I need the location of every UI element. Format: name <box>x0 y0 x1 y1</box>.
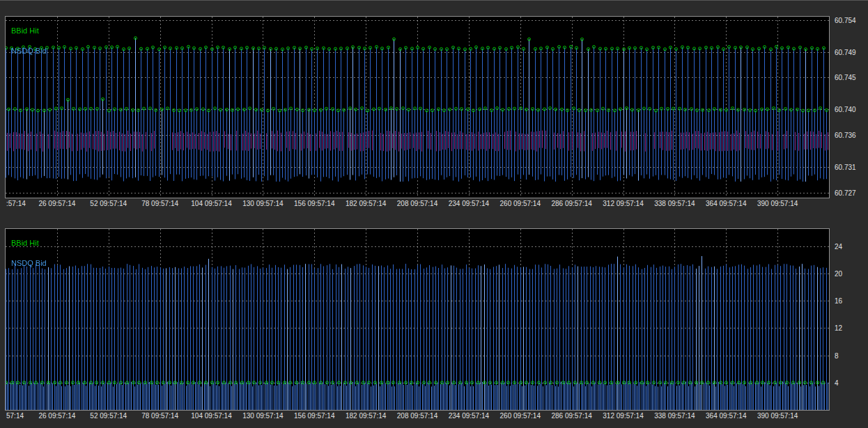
x-tick-label: 286 09:57:14 <box>551 412 591 420</box>
prices-chart-canvas[interactable] <box>6 17 829 198</box>
x-tick-label: 104 09:57:14 <box>191 412 231 420</box>
x-tick-label: 286 09:57:14 <box>551 200 591 207</box>
y-tick-label: 20 <box>835 269 842 277</box>
x-tick-label: 52 09:57:14 <box>90 412 127 420</box>
x-tick-label: 78 09:57:14 <box>141 200 178 207</box>
x-tick-label: 57:14 <box>6 412 24 420</box>
prices-panel-header: Prices for eDUG on 08/10/2010 <box>0 1 868 16</box>
x-tick-label: 390 09:57:14 <box>757 412 798 420</box>
sizes-panel: Sizes for eDUG on 08/10/2010 BBid Hit NS… <box>0 213 868 422</box>
x-tick-label: 234 09:57:14 <box>449 412 489 420</box>
prices-x-axis: :57:1426 09:57:1452 09:57:1478 09:57:141… <box>5 198 830 210</box>
y-tick-label: 24 <box>835 242 842 250</box>
y-tick-label: 60.727 <box>835 189 856 196</box>
legend-bbid-hit: BBid Hit <box>11 26 47 35</box>
legend-nsdq-bid: NSDQ Bid <box>11 47 47 55</box>
x-tick-label: 156 09:57:14 <box>294 200 334 207</box>
y-tick-label: 12 <box>835 324 842 332</box>
y-tick-label: 8 <box>835 351 839 359</box>
sizes-chart-canvas[interactable] <box>6 229 829 410</box>
x-tick-label: 130 09:57:14 <box>242 412 283 420</box>
sizes-legend: BBid Hit NSDQ Bid <box>11 239 47 279</box>
prices-panel: Prices for eDUG on 08/10/2010 BBid Hit N… <box>0 1 868 210</box>
y-tick-label: 60.749 <box>835 48 856 56</box>
sizes-x-axis: 57:1426 09:57:1452 09:57:1478 09:57:1410… <box>5 411 830 422</box>
x-tick-label: 182 09:57:14 <box>346 200 386 207</box>
x-tick-label: 390 09:57:14 <box>757 200 798 207</box>
x-tick-label: 260 09:57:14 <box>500 200 541 207</box>
sizes-panel-header: Sizes for eDUG on 08/10/2010 <box>0 213 868 228</box>
x-tick-label: 78 09:57:14 <box>141 412 178 420</box>
y-tick-label: 60.736 <box>835 131 856 138</box>
x-tick-label: 312 09:57:14 <box>603 412 643 420</box>
x-tick-label: 208 09:57:14 <box>397 412 437 420</box>
prices-legend: BBid Hit NSDQ Bid <box>11 26 47 67</box>
x-tick-label: 234 09:57:14 <box>449 200 489 207</box>
sizes-plot-area: BBid Hit NSDQ Bid <box>5 228 830 411</box>
x-tick-label: :57:14 <box>6 200 26 207</box>
legend-bbid-hit: BBid Hit <box>11 239 47 247</box>
y-tick-label: 60.745 <box>835 74 856 81</box>
x-tick-label: 26 09:57:14 <box>38 412 75 420</box>
app-window: Prices for eDUG on 08/10/2010 BBid Hit N… <box>0 0 868 428</box>
x-tick-label: 130 09:57:14 <box>242 200 283 207</box>
y-tick-label: 60.731 <box>835 163 856 171</box>
y-tick-label: 60.740 <box>835 106 856 113</box>
y-tick-label: 16 <box>835 297 842 305</box>
x-tick-label: 364 09:57:14 <box>706 412 746 420</box>
sizes-y-axis: 2420161284 <box>830 228 868 411</box>
x-tick-label: 312 09:57:14 <box>603 200 643 207</box>
x-tick-label: 260 09:57:14 <box>500 412 541 420</box>
x-tick-label: 338 09:57:14 <box>654 200 695 207</box>
x-tick-label: 182 09:57:14 <box>346 412 386 420</box>
x-tick-label: 364 09:57:14 <box>706 200 746 207</box>
x-tick-label: 338 09:57:14 <box>654 412 695 420</box>
x-tick-label: 104 09:57:14 <box>191 200 231 207</box>
x-tick-label: 208 09:57:14 <box>397 200 437 207</box>
x-tick-label: 52 09:57:14 <box>90 200 127 207</box>
x-tick-label: 26 09:57:14 <box>38 200 75 207</box>
prices-plot-area: BBid Hit NSDQ Bid <box>5 16 830 198</box>
prices-y-axis: 60.75460.74960.74560.74060.73660.73160.7… <box>830 16 868 198</box>
legend-nsdq-bid: NSDQ Bid <box>11 259 47 267</box>
y-tick-label: 60.754 <box>835 16 856 24</box>
x-tick-label: 156 09:57:14 <box>294 412 334 420</box>
y-tick-label: 4 <box>835 379 839 386</box>
